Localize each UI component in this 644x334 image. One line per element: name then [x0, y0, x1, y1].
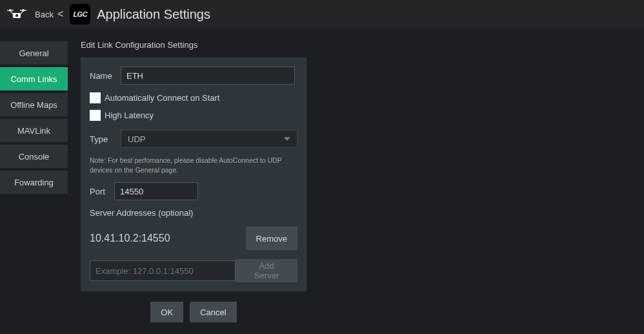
back-label: Back	[35, 10, 54, 19]
server-address-item: 10.41.10.2:14550	[90, 233, 170, 244]
section-title: Edit Link Configuration Settings	[81, 40, 631, 50]
remove-button[interactable]: Remove	[246, 227, 297, 250]
server-address-input[interactable]	[90, 260, 236, 281]
auto-connect-label: Automatically Connect on Start	[105, 93, 219, 103]
svg-point-7	[15, 14, 18, 17]
server-addresses-label: Server Addresses (optional)	[90, 208, 297, 218]
port-label: Port	[90, 187, 109, 196]
app-logo: LGC	[70, 4, 90, 25]
logo-text: LGC	[73, 10, 87, 18]
sidebar-item-mavlink[interactable]: MAVLink	[0, 119, 68, 142]
add-server-button[interactable]: Add Server	[236, 259, 297, 282]
chevron-left-icon: <	[57, 8, 63, 20]
port-input[interactable]	[114, 182, 198, 200]
page-title: Application Settings	[97, 7, 210, 22]
name-label: Name	[90, 71, 116, 81]
sidebar-item-offlinemaps[interactable]: Offline Maps	[0, 93, 68, 116]
type-value: UDP	[128, 134, 145, 144]
type-label: Type	[90, 134, 116, 144]
sidebar-item-general[interactable]: General	[0, 41, 68, 65]
high-latency-label: High Latency	[105, 110, 154, 120]
name-input[interactable]	[121, 67, 295, 85]
type-note: Note: For best perfomance, please disabl…	[90, 156, 297, 174]
sidebar-item-commlinks[interactable]: Comm Links	[0, 67, 68, 90]
sidebar-item-console[interactable]: Console	[0, 145, 68, 168]
main-content: Edit Link Configuration Settings Name Au…	[68, 28, 644, 334]
topbar: Back < LGC Application Settings	[0, 0, 644, 28]
cancel-button[interactable]: Cancel	[190, 302, 236, 322]
sidebar: General Comm Links Offline Maps MAVLink …	[0, 28, 68, 334]
drone-icon	[5, 6, 28, 22]
edit-link-panel: Name Automatically Connect on Start High…	[81, 57, 307, 291]
auto-connect-checkbox[interactable]	[90, 92, 101, 103]
back-button[interactable]: Back <	[35, 8, 63, 20]
high-latency-checkbox[interactable]	[90, 110, 101, 121]
type-select[interactable]: UDP	[121, 130, 297, 148]
sidebar-item-fowarding[interactable]: Fowarding	[0, 171, 68, 194]
ok-button[interactable]: OK	[150, 302, 183, 322]
chevron-down-icon	[284, 138, 290, 141]
